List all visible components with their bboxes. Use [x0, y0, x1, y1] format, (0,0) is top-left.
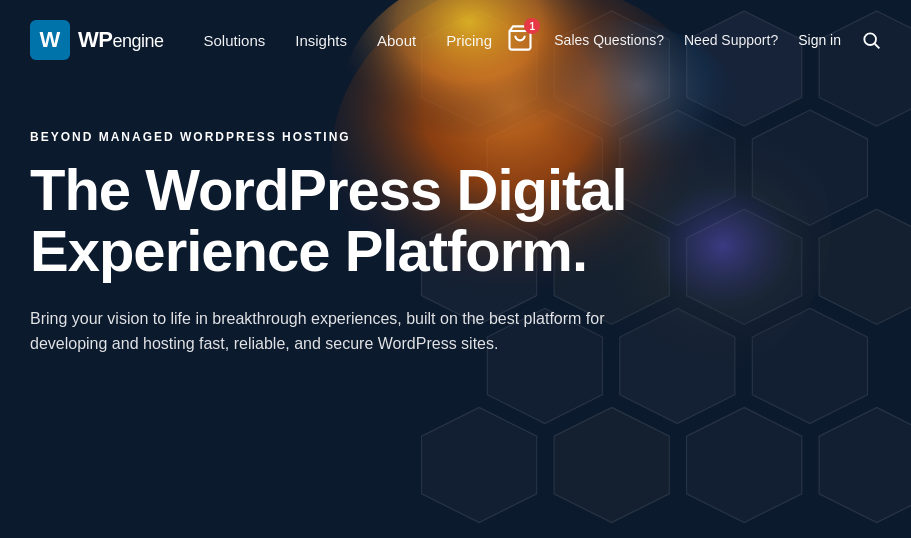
logo[interactable]: W WP engine — [30, 20, 164, 60]
site-header: W WP engine Solutions Insights About Pri… — [0, 0, 911, 80]
svg-line-9 — [875, 44, 880, 49]
search-icon — [861, 30, 881, 50]
logo-engine-text: engine — [112, 31, 163, 52]
cart-button[interactable]: 1 — [506, 24, 534, 56]
logo-wp-text: WP — [78, 27, 112, 53]
need-support-link[interactable]: Need Support? — [684, 32, 778, 48]
main-nav: Solutions Insights About Pricing — [204, 32, 507, 49]
search-button[interactable] — [861, 30, 881, 50]
svg-text:W: W — [40, 27, 61, 52]
sales-questions-link[interactable]: Sales Questions? — [554, 32, 664, 48]
hero-subtitle: Bring your vision to life in breakthroug… — [30, 306, 630, 357]
hero-content: BEYOND MANAGED WORDPRESS HOSTING The Wor… — [0, 80, 660, 357]
nav-about[interactable]: About — [377, 32, 416, 49]
hero-eyebrow: BEYOND MANAGED WORDPRESS HOSTING — [30, 130, 630, 144]
cart-badge: 1 — [524, 18, 540, 34]
nav-insights[interactable]: Insights — [295, 32, 347, 49]
svg-point-8 — [864, 33, 876, 45]
sign-in-link[interactable]: Sign in — [798, 32, 841, 48]
hero-title: The WordPress Digital Experience Platfor… — [30, 160, 630, 282]
header-right: 1 Sales Questions? Need Support? Sign in — [506, 24, 881, 56]
logo-icon: W — [30, 20, 70, 60]
nav-solutions[interactable]: Solutions — [204, 32, 266, 49]
nav-pricing[interactable]: Pricing — [446, 32, 492, 49]
